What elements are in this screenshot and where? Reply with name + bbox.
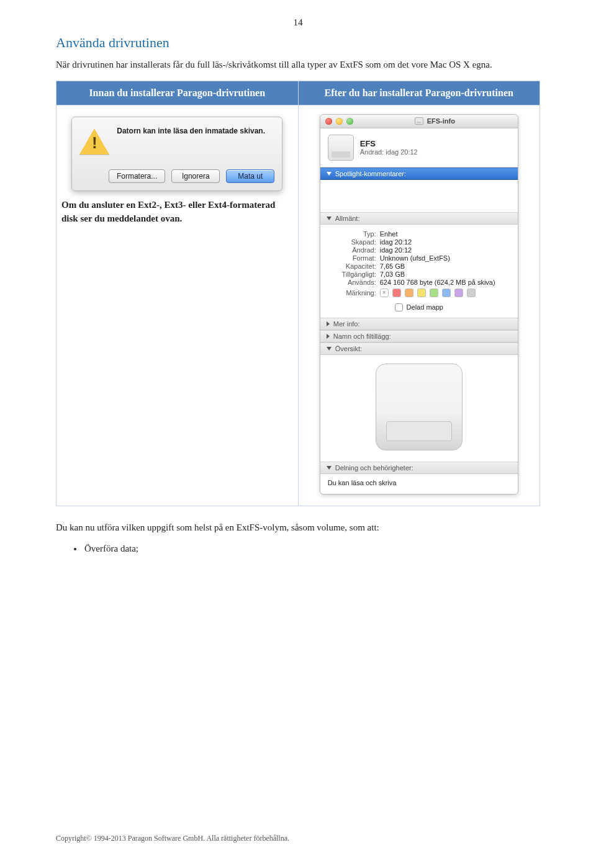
volume-name: EFS (360, 139, 418, 148)
more-info-section-header[interactable]: Mer info: (320, 318, 518, 330)
page-number: 14 (0, 17, 596, 28)
label-blue[interactable] (442, 289, 451, 297)
spotlight-comment-body[interactable] (320, 180, 518, 212)
kv-key: Skapad: (328, 238, 376, 246)
label-orange[interactable] (405, 289, 413, 297)
volume-header: EFS Ändrad: idag 20:12 (320, 128, 518, 168)
kv-key: Används: (328, 279, 376, 286)
preview-disk-icon (376, 364, 463, 450)
col-header-before: Innan du installerar Paragon-drivrutinen (56, 81, 299, 105)
permissions-label: Delning och behörigheter: (335, 464, 413, 472)
before-cell: ! Datorn kan inte läsa den inmatade skiv… (56, 105, 299, 506)
kv-key: Märkning: (328, 289, 376, 297)
label-none-icon[interactable]: × (380, 289, 389, 297)
overview-section-header[interactable]: Översikt: (320, 342, 518, 355)
volume-modified: Ändrad: idag 20:12 (360, 148, 418, 156)
disclosure-triangle-icon (327, 466, 332, 470)
comparison-table: Innan du installerar Paragon-drivrutinen… (56, 81, 540, 506)
name-ext-label: Namn och filtillägg: (333, 333, 391, 340)
before-caption: Om du ansluter en Ext2-, Ext3- eller Ext… (61, 199, 293, 226)
kv-key: Tillgängligt: (328, 271, 376, 278)
kv-val: 7,65 GB (380, 262, 510, 270)
minimize-icon[interactable] (336, 118, 343, 125)
section-heading: Använda drivrutinen (56, 35, 540, 51)
label-purple[interactable] (454, 289, 463, 297)
disclosure-triangle-icon (327, 217, 332, 220)
name-ext-section-header[interactable]: Namn och filtillägg: (320, 330, 518, 342)
permissions-section-header[interactable]: Delning och behörigheter: (320, 462, 518, 474)
alert-message: Datorn kan inte läsa den inmatade skivan… (117, 126, 265, 136)
kv-key: Typ: (328, 230, 376, 238)
ignore-button[interactable]: Ignorera (171, 169, 220, 183)
spotlight-label: Spotlight-kommentarer: (335, 170, 406, 177)
disclosure-triangle-icon (327, 334, 330, 339)
kv-val: 624 160 768 byte (624,2 MB på skiva) (380, 279, 510, 286)
eject-button[interactable]: Mata ut (226, 169, 274, 183)
kv-val: 7,03 GB (380, 271, 510, 278)
intro-paragraph: När drivrutinen har installerats får du … (56, 58, 540, 72)
label-green[interactable] (430, 289, 438, 297)
col-header-after: Efter du har installerat Paragon-drivrut… (298, 81, 540, 105)
kv-val: idag 20:12 (380, 238, 510, 246)
general-body: Typ:Enhet Skapad:idag 20:12 Ändrad:idag … (320, 225, 518, 318)
after-cell: EFS-info EFS Ändrad: idag 20:12 Spotligh… (298, 105, 540, 506)
titlebar: EFS-info (320, 115, 518, 128)
copyright-footer: Copyright© 1994-2013 Paragon Software Gm… (56, 834, 289, 843)
kv-val: Unknown (ufsd_ExtFS) (380, 254, 510, 262)
kv-key: Format: (328, 254, 376, 262)
window-title: EFS-info (427, 117, 455, 125)
label-yellow[interactable] (417, 289, 426, 297)
general-label: Allmänt: (335, 215, 360, 222)
list-item: Överföra data; (83, 544, 540, 554)
label-red[interactable] (392, 289, 401, 297)
general-section-header[interactable]: Allmänt: (320, 212, 518, 225)
close-icon[interactable] (325, 118, 332, 125)
more-info-label: Mer info: (333, 320, 360, 328)
efs-info-window: EFS-info EFS Ändrad: idag 20:12 Spotligh… (320, 114, 518, 494)
warning-icon: ! (79, 126, 109, 156)
kv-key: Kapacitet: (328, 262, 376, 270)
label-gray[interactable] (467, 289, 476, 297)
overview-body (320, 355, 518, 462)
overview-label: Översikt: (335, 345, 362, 352)
disclosure-triangle-icon (327, 321, 330, 326)
kv-val: idag 20:12 (380, 246, 510, 254)
titlebar-disk-icon (415, 117, 423, 125)
permissions-body: Du kan läsa och skriva (320, 474, 518, 494)
concluding-paragraph: Du kan nu utföra vilken uppgift som hels… (56, 521, 540, 535)
disclosure-triangle-icon (327, 347, 332, 351)
kv-key: Ändrad: (328, 246, 376, 254)
spotlight-section-header[interactable]: Spotlight-kommentarer: (320, 168, 518, 180)
kv-val: Enhet (380, 230, 510, 238)
alert-dialog: ! Datorn kan inte läsa den inmatade skiv… (71, 117, 282, 191)
permissions-text: Du kan läsa och skriva (328, 479, 397, 486)
shared-folder-checkbox[interactable] (395, 303, 403, 311)
shared-folder-label: Delad mapp (407, 303, 443, 311)
format-button[interactable]: Formatera... (109, 169, 165, 183)
disk-icon (328, 135, 354, 161)
bullet-list: Överföra data; (83, 544, 540, 554)
disclosure-triangle-icon (327, 172, 332, 176)
zoom-icon[interactable] (346, 118, 353, 125)
